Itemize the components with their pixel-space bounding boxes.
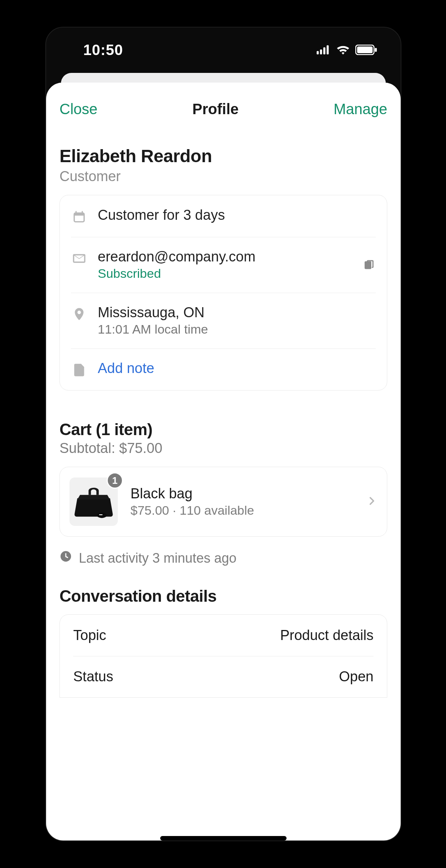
customer-tenure: Customer for 3 days [98, 207, 376, 223]
cart-item-meta: $75.00 · 110 available [130, 503, 353, 518]
customer-location-row: Mississauga, ON 11:01 AM local time [60, 293, 387, 348]
mail-icon [71, 250, 87, 267]
customer-email: ereardon@company.com [98, 249, 352, 265]
location-icon [71, 306, 87, 322]
cart-title: Cart (1 item) [59, 420, 387, 439]
cart-item-row[interactable]: 1 Black bag $75.00 · 110 available [59, 467, 387, 537]
add-note-label: Add note [98, 360, 376, 376]
cart-last-activity-text: Last activity 3 minutes ago [79, 550, 236, 566]
cart-item-qty-badge: 1 [107, 472, 123, 489]
conversation-card: Topic Product details Status Open [59, 614, 387, 698]
note-icon [71, 362, 87, 378]
customer-name: Elizabeth Reardon [59, 146, 387, 166]
cart-item-name: Black bag [130, 486, 353, 502]
conversation-status-row[interactable]: Status Open [60, 656, 387, 697]
conversation-topic-row[interactable]: Topic Product details [60, 615, 387, 656]
conversation-title: Conversation details [59, 587, 387, 605]
svg-point-7 [97, 512, 107, 518]
cart-item-thumbnail: 1 [70, 478, 118, 526]
clock-icon [59, 550, 72, 566]
wifi-icon [336, 45, 350, 55]
customer-info-card: Customer for 3 days ereardon@company.com… [59, 195, 387, 390]
nav-title: Profile [193, 101, 239, 118]
svg-rect-8 [99, 514, 103, 515]
svg-rect-0 [317, 51, 319, 54]
customer-location: Mississauga, ON [98, 305, 376, 321]
chevron-right-icon [366, 495, 377, 508]
conversation-status-label: Status [73, 669, 113, 685]
copy-email-button[interactable] [362, 257, 376, 272]
profile-sheet: Close Profile Manage Elizabeth Reardon C… [46, 83, 401, 840]
customer-email-row[interactable]: ereardon@company.com Subscribed [60, 237, 387, 293]
customer-role: Customer [59, 168, 387, 184]
customer-local-time: 11:01 AM local time [98, 322, 376, 337]
svg-rect-1 [320, 49, 322, 54]
phone-frame: 10:50 [45, 27, 401, 841]
battery-icon [355, 45, 378, 55]
status-time: 10:50 [83, 42, 123, 58]
cellular-icon [317, 45, 331, 55]
customer-tenure-row: Customer for 3 days [60, 195, 387, 237]
svg-rect-5 [357, 46, 373, 53]
conversation-topic-label: Topic [73, 627, 106, 643]
svg-rect-3 [327, 45, 329, 55]
status-bar: 10:50 [46, 28, 401, 72]
status-right [317, 45, 378, 55]
home-indicator[interactable] [160, 836, 287, 840]
copy-icon [362, 257, 376, 271]
nav-bar: Close Profile Manage [59, 95, 387, 123]
add-note-row[interactable]: Add note [60, 348, 387, 390]
svg-rect-6 [375, 48, 377, 52]
manage-button[interactable]: Manage [333, 101, 387, 118]
calendar-icon [71, 209, 87, 225]
cart-last-activity: Last activity 3 minutes ago [59, 550, 387, 566]
stage: 10:50 [0, 0, 446, 868]
conversation-topic-value: Product details [280, 627, 374, 643]
cart-subtotal: Subtotal: $75.00 [59, 440, 387, 456]
subscription-status: Subscribed [98, 266, 352, 281]
close-button[interactable]: Close [59, 101, 97, 118]
svg-rect-2 [323, 47, 326, 54]
bag-icon [73, 484, 114, 520]
conversation-status-value: Open [339, 669, 374, 685]
customer-header: Elizabeth Reardon Customer [59, 146, 387, 184]
